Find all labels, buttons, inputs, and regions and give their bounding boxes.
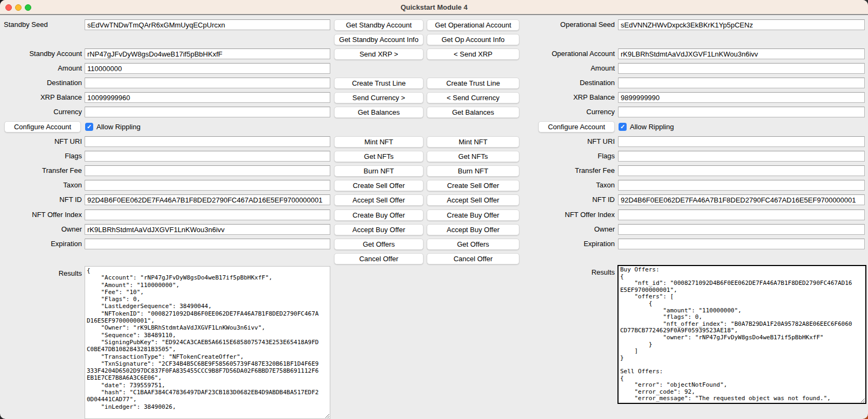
- operational-seed-input[interactable]: [618, 19, 865, 30]
- operational-destination-label: Destination: [533, 78, 615, 88]
- operational-results-label: Results: [533, 267, 615, 278]
- standby-mint-nft-button[interactable]: Mint NFT: [334, 136, 423, 148]
- operational-destination-input[interactable]: [618, 78, 865, 88]
- standby-xrp-balance-input[interactable]: [85, 92, 330, 103]
- standby-allow-rippling-checkbox[interactable]: ✓: [85, 123, 93, 131]
- operational-amount-label: Amount: [533, 63, 615, 74]
- operational-get-offers-button[interactable]: Get Offers: [427, 239, 519, 250]
- standby-owner-label: Owner: [0, 224, 82, 235]
- operational-configure-account-button[interactable]: Configure Account: [538, 121, 615, 132]
- standby-owner-input[interactable]: [85, 224, 330, 235]
- operational-nft-offer-index-input[interactable]: [618, 210, 865, 220]
- operational-get-balances-button[interactable]: Get Balances: [427, 107, 519, 118]
- send-currency-right-button[interactable]: Send Currency >: [334, 92, 423, 103]
- operational-results-textarea[interactable]: Buy Offers: { "nft_id": "0008271092D4B6F…: [617, 265, 866, 404]
- get-op-account-info-button[interactable]: Get Op Account Info: [427, 34, 519, 45]
- standby-xrp-balance-label: XRP Balance: [0, 92, 82, 103]
- close-window-icon[interactable]: [5, 4, 12, 11]
- operational-expiration-label: Expiration: [533, 239, 615, 249]
- send-xrp-left-button[interactable]: < Send XRP: [427, 48, 519, 60]
- standby-nft-id-label: NFT ID: [0, 194, 82, 205]
- standby-nft-offer-index-input[interactable]: [85, 210, 330, 220]
- operational-xrp-balance-label: XRP Balance: [533, 92, 615, 103]
- standby-expiration-label: Expiration: [0, 239, 82, 249]
- standby-destination-input[interactable]: [85, 78, 330, 88]
- operational-allow-rippling-checkbox[interactable]: ✓: [619, 123, 627, 131]
- operational-create-trust-line-button[interactable]: Create Trust Line: [427, 78, 519, 89]
- operational-nft-id-input[interactable]: [618, 194, 865, 205]
- operational-create-sell-offer-button[interactable]: Create Sell Offer: [427, 180, 519, 191]
- standby-configure-account-button[interactable]: Configure Account: [4, 121, 81, 132]
- standby-transfer-fee-label: Transfer Fee: [0, 165, 82, 176]
- standby-get-offers-button[interactable]: Get Offers: [334, 239, 423, 250]
- standby-results-textarea[interactable]: { "Account": "rNP47gJFvDyW8gsDo4weB17if5…: [85, 266, 330, 419]
- standby-create-trust-line-button[interactable]: Create Trust Line: [334, 78, 423, 89]
- operational-accept-buy-offer-button[interactable]: Accept Buy Offer: [427, 224, 519, 235]
- operational-allow-rippling-label: Allow Rippling: [630, 122, 674, 132]
- app-window: Quickstart Module 4 Standby Seed Standby…: [0, 0, 868, 419]
- operational-owner-input[interactable]: [618, 224, 865, 235]
- window-title: Quickstart Module 4: [0, 0, 868, 15]
- send-xrp-right-button[interactable]: Send XRP >: [334, 48, 423, 60]
- standby-seed-label: Standby Seed: [4, 19, 85, 30]
- operational-nft-id-label: NFT ID: [533, 194, 615, 205]
- standby-expiration-input[interactable]: [85, 239, 330, 249]
- operational-xrp-balance-input[interactable]: [618, 92, 865, 103]
- get-standby-account-info-button[interactable]: Get Standby Account Info: [334, 34, 423, 45]
- standby-get-balances-button[interactable]: Get Balances: [334, 107, 423, 118]
- standby-amount-input[interactable]: [85, 63, 330, 74]
- operational-mint-nft-button[interactable]: Mint NFT: [427, 136, 519, 148]
- standby-currency-input[interactable]: [85, 107, 330, 117]
- standby-flags-label: Flags: [0, 151, 82, 162]
- standby-nft-offer-index-label: NFT Offer Index: [0, 210, 82, 220]
- standby-get-nfts-button[interactable]: Get NFTs: [334, 151, 423, 162]
- standby-currency-label: Currency: [0, 107, 82, 117]
- standby-nft-id-input[interactable]: [85, 194, 330, 205]
- operational-nft-offer-index-label: NFT Offer Index: [533, 210, 615, 220]
- operational-transfer-fee-label: Transfer Fee: [533, 165, 615, 176]
- standby-create-buy-offer-button[interactable]: Create Buy Offer: [334, 210, 423, 221]
- operational-amount-input[interactable]: [618, 63, 865, 74]
- operational-account-label: Operational Account: [533, 48, 615, 59]
- standby-seed-input[interactable]: [85, 19, 330, 30]
- operational-taxon-input[interactable]: [618, 180, 865, 191]
- operational-flags-label: Flags: [533, 151, 615, 162]
- operational-transfer-fee-input[interactable]: [618, 165, 865, 176]
- operational-accept-sell-offer-button[interactable]: Accept Sell Offer: [427, 194, 519, 206]
- standby-results-label: Results: [0, 268, 82, 279]
- get-operational-account-button[interactable]: Get Operational Account: [427, 19, 519, 31]
- standby-allow-rippling-label: Allow Rippling: [96, 122, 141, 132]
- operational-nft-uri-label: NFT URI: [533, 136, 615, 147]
- minimize-window-icon[interactable]: [15, 4, 22, 11]
- operational-create-buy-offer-button[interactable]: Create Buy Offer: [427, 210, 519, 221]
- operational-currency-label: Currency: [533, 107, 615, 117]
- operational-owner-label: Owner: [533, 224, 615, 235]
- standby-account-label: Standby Account: [0, 48, 82, 59]
- standby-cancel-offer-button[interactable]: Cancel Offer: [334, 253, 423, 264]
- standby-accept-buy-offer-button[interactable]: Accept Buy Offer: [334, 224, 423, 235]
- title-bar: Quickstart Module 4: [0, 0, 868, 15]
- operational-expiration-input[interactable]: [618, 239, 865, 249]
- standby-flags-input[interactable]: [85, 151, 330, 162]
- standby-amount-label: Amount: [0, 63, 82, 74]
- operational-flags-input[interactable]: [618, 151, 865, 162]
- standby-create-sell-offer-button[interactable]: Create Sell Offer: [334, 180, 423, 191]
- operational-burn-nft-button[interactable]: Burn NFT: [427, 165, 519, 177]
- standby-taxon-label: Taxon: [0, 180, 82, 191]
- operational-account-input[interactable]: [618, 48, 865, 59]
- operational-currency-input[interactable]: [618, 107, 865, 117]
- standby-burn-nft-button[interactable]: Burn NFT: [334, 165, 423, 177]
- standby-destination-label: Destination: [0, 78, 82, 88]
- operational-nft-uri-input[interactable]: [618, 136, 865, 147]
- standby-accept-sell-offer-button[interactable]: Accept Sell Offer: [334, 194, 423, 206]
- get-standby-account-button[interactable]: Get Standby Account: [334, 19, 423, 31]
- send-currency-left-button[interactable]: < Send Currency: [427, 92, 519, 103]
- standby-account-input[interactable]: [85, 48, 330, 59]
- operational-seed-label: Operational Seed: [533, 19, 615, 30]
- standby-nft-uri-input[interactable]: [85, 136, 330, 147]
- zoom-window-icon[interactable]: [25, 4, 31, 11]
- standby-taxon-input[interactable]: [85, 180, 330, 191]
- standby-transfer-fee-input[interactable]: [85, 165, 330, 176]
- operational-get-nfts-button[interactable]: Get NFTs: [427, 151, 519, 162]
- operational-cancel-offer-button[interactable]: Cancel Offer: [427, 253, 519, 264]
